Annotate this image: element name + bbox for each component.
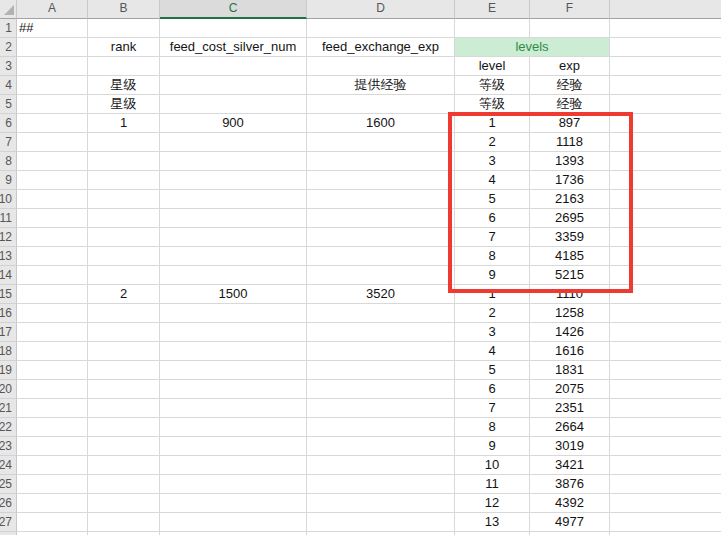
row-header-15[interactable]: 15: [0, 285, 17, 304]
row-header-4[interactable]: 4: [0, 76, 17, 95]
cell-b24[interactable]: [88, 456, 160, 475]
cell-c13[interactable]: [160, 247, 307, 266]
cell-c20[interactable]: [160, 380, 307, 399]
cell-b11[interactable]: [88, 209, 160, 228]
cell-b3[interactable]: [88, 57, 160, 76]
cell-f10[interactable]: 2163: [530, 190, 610, 209]
cell-a3[interactable]: [17, 57, 88, 76]
cell-e8[interactable]: 3: [455, 152, 530, 171]
cell-b23[interactable]: [88, 437, 160, 456]
cell-c26[interactable]: [160, 494, 307, 513]
cell-c12[interactable]: [160, 228, 307, 247]
cell-d15[interactable]: 3520: [307, 285, 455, 304]
cell-d18[interactable]: [307, 342, 455, 361]
cell-f7[interactable]: 1118: [530, 133, 610, 152]
cell-c9[interactable]: [160, 171, 307, 190]
cell-e19[interactable]: 5: [455, 361, 530, 380]
row-header-9[interactable]: 9: [0, 171, 17, 190]
cell-b5[interactable]: 星级: [88, 95, 160, 114]
cell-a26[interactable]: [17, 494, 88, 513]
cell-e11[interactable]: 6: [455, 209, 530, 228]
row-header-2[interactable]: 2: [0, 38, 17, 57]
cell-a20[interactable]: [17, 380, 88, 399]
cell-a27[interactable]: [17, 513, 88, 532]
cell-b17[interactable]: [88, 323, 160, 342]
row-header-18[interactable]: 18: [0, 342, 17, 361]
row-header-21[interactable]: 21: [0, 399, 17, 418]
cell-b26[interactable]: [88, 494, 160, 513]
cell-f13[interactable]: 4185: [530, 247, 610, 266]
cell-b13[interactable]: [88, 247, 160, 266]
cell-d22[interactable]: [307, 418, 455, 437]
cell-d21[interactable]: [307, 399, 455, 418]
cell-c10[interactable]: [160, 190, 307, 209]
cell-d5[interactable]: [307, 95, 455, 114]
cell-a16[interactable]: [17, 304, 88, 323]
cell-f27[interactable]: 4977: [530, 513, 610, 532]
cell-d10[interactable]: [307, 190, 455, 209]
cell-a24[interactable]: [17, 456, 88, 475]
cell-e17[interactable]: 3: [455, 323, 530, 342]
cell-c14[interactable]: [160, 266, 307, 285]
cell-c27[interactable]: [160, 513, 307, 532]
cell-d14[interactable]: [307, 266, 455, 285]
cell-e5[interactable]: 等级: [455, 95, 530, 114]
cell-b19[interactable]: [88, 361, 160, 380]
cell-e13[interactable]: 8: [455, 247, 530, 266]
cell-e24[interactable]: 10: [455, 456, 530, 475]
row-header-11[interactable]: 11: [0, 209, 17, 228]
cell-a14[interactable]: [17, 266, 88, 285]
cell-d20[interactable]: [307, 380, 455, 399]
cell-c1[interactable]: [160, 19, 307, 38]
cell-a11[interactable]: [17, 209, 88, 228]
cell-a17[interactable]: [17, 323, 88, 342]
cell-d8[interactable]: [307, 152, 455, 171]
cell-d13[interactable]: [307, 247, 455, 266]
cell-f20[interactable]: 2075: [530, 380, 610, 399]
cell-c11[interactable]: [160, 209, 307, 228]
cell-b25[interactable]: [88, 475, 160, 494]
cell-f23[interactable]: 3019: [530, 437, 610, 456]
cell-a2[interactable]: [17, 38, 88, 57]
cell-d17[interactable]: [307, 323, 455, 342]
cell-e18[interactable]: 4: [455, 342, 530, 361]
cell-f6[interactable]: 897: [530, 114, 610, 133]
cell-f12[interactable]: 3359: [530, 228, 610, 247]
cell-b1[interactable]: [88, 19, 160, 38]
cell-e1[interactable]: [455, 19, 530, 38]
column-header-c[interactable]: C: [160, 0, 307, 19]
cell-b4[interactable]: 星级: [88, 76, 160, 95]
cell-d1[interactable]: [307, 19, 455, 38]
cell-c23[interactable]: [160, 437, 307, 456]
row-header-20[interactable]: 20: [0, 380, 17, 399]
cell-b16[interactable]: [88, 304, 160, 323]
cell-d9[interactable]: [307, 171, 455, 190]
row-header-19[interactable]: 19: [0, 361, 17, 380]
cell-c2[interactable]: feed_cost_silver_num: [160, 38, 307, 57]
row-header-8[interactable]: 8: [0, 152, 17, 171]
row-header-5[interactable]: 5: [0, 95, 17, 114]
cell-c18[interactable]: [160, 342, 307, 361]
column-header-e[interactable]: E: [455, 0, 530, 19]
cell-f1[interactable]: [530, 19, 610, 38]
cell-d25[interactable]: [307, 475, 455, 494]
column-header-b[interactable]: B: [88, 0, 160, 19]
cell-e12[interactable]: 7: [455, 228, 530, 247]
row-header-10[interactable]: 10: [0, 190, 17, 209]
row-header-6[interactable]: 6: [0, 114, 17, 133]
cell-d24[interactable]: [307, 456, 455, 475]
column-header-f[interactable]: F: [530, 0, 610, 19]
cell-f19[interactable]: 1831: [530, 361, 610, 380]
cell-e20[interactable]: 6: [455, 380, 530, 399]
cell-d4[interactable]: 提供经验: [307, 76, 455, 95]
cell-f21[interactable]: 2351: [530, 399, 610, 418]
cell-d16[interactable]: [307, 304, 455, 323]
cell-e3[interactable]: level: [455, 57, 530, 76]
cell-e26[interactable]: 12: [455, 494, 530, 513]
cell-a19[interactable]: [17, 361, 88, 380]
cell-a1[interactable]: ##: [17, 19, 88, 38]
cell-e23[interactable]: 9: [455, 437, 530, 456]
cell-e9[interactable]: 4: [455, 171, 530, 190]
row-header-25[interactable]: 25: [0, 475, 17, 494]
cell-c22[interactable]: [160, 418, 307, 437]
